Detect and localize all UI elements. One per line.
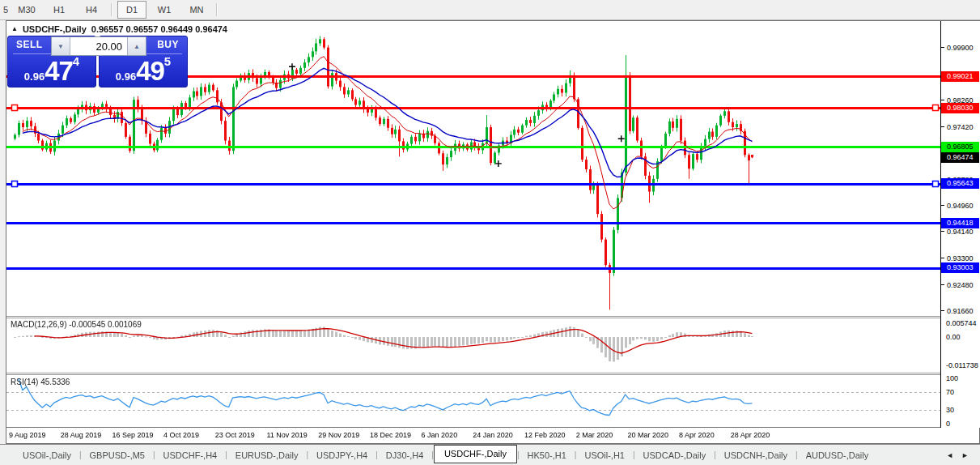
chart-tab-dj30-h4[interactable]: DJ30-,H4: [378, 447, 431, 463]
price-level-badge: 0.98030: [941, 103, 979, 113]
tab-scroll-left-icon[interactable]: ◄: [946, 451, 953, 459]
timeframe-button-w1[interactable]: W1: [150, 1, 179, 19]
tab-scroll-right-icon[interactable]: ►: [961, 451, 969, 459]
chart-window: ▲ USDCHF-,Daily 0.96557 0.96557 0.96449 …: [6, 20, 980, 444]
buy-price-sup: 5: [164, 54, 171, 68]
tick-dash: [941, 126, 944, 127]
chart-tab-audusd-daily[interactable]: AUDUSD-,Daily: [798, 447, 877, 463]
chart-tab-eurusd-daily[interactable]: EURUSD-,Daily: [227, 447, 307, 463]
chevron-up-icon: ▲: [134, 43, 140, 50]
tick-dash: [941, 205, 944, 206]
rsi-label: RSI(14) 45.5336: [11, 378, 70, 386]
tick-dash: [941, 310, 944, 311]
date-tick-label: 16 Sep 2019: [112, 431, 153, 439]
tick-dash: [941, 231, 944, 232]
macd-axis-min: -0.011738: [946, 361, 978, 369]
buy-price: 0.96495: [100, 54, 187, 85]
timeframe-button-d1[interactable]: D1: [117, 1, 146, 19]
macd-axis-max: 0.005744: [946, 319, 977, 327]
chevron-down-icon: ▼: [57, 43, 64, 50]
price-level-badge: 0.94418: [941, 218, 979, 228]
date-tick-label: 29 Nov 2019: [318, 431, 359, 439]
buy-button[interactable]: BUY: [157, 39, 179, 50]
timeframe-button-h1[interactable]: H1: [45, 1, 74, 19]
sell-price-sup: 4: [73, 54, 79, 68]
date-tick-label: 12 Feb 2020: [524, 431, 566, 439]
price-tick-label: 0.92480: [941, 281, 980, 289]
one-click-trading-panel: SELL 0.96474 BUY 0.96495 ▼ ▲: [7, 36, 189, 89]
chart-tab-bar: USOil-,Daily|GBPUSD-,M5|USDCHF-,H4|EURUS…: [0, 444, 980, 465]
chart-tab-hk50-h1[interactable]: HK50-,H1: [520, 447, 575, 463]
date-tick-label: 24 Jan 2020: [473, 431, 513, 439]
rsi-axis-100: 100: [946, 374, 958, 382]
rsi-axis-0: 0: [946, 420, 950, 428]
panel-collapse-icon[interactable]: ▲: [11, 25, 18, 32]
trading-terminal: 5M30H1H4D1W1MN ▲ USDCHF-,Daily 0.96557 0…: [0, 0, 980, 465]
rsi-axis-70: 70: [946, 388, 954, 396]
price-level-badge: 0.96474: [941, 152, 979, 163]
date-tick-label: 2 Mar 2020: [576, 431, 613, 439]
chart-tab-usoil-h1[interactable]: USOil-,H1: [576, 447, 633, 463]
chart-tab-usdcnh-daily[interactable]: USDCNH-,Daily: [716, 447, 795, 463]
date-tick-label: 28 Apr 2020: [731, 431, 770, 439]
chart-tab-gbpusd-m5[interactable]: GBPUSD-,M5: [82, 447, 153, 463]
rsi-axis-30: 30: [946, 406, 954, 414]
chart-symbol-label: USDCHF-,Daily: [23, 24, 87, 34]
volume-decrease-button[interactable]: ▼: [52, 37, 70, 55]
price-tick-label: 0.94960: [941, 202, 980, 210]
date-tick-label: 11 Nov 2019: [267, 431, 308, 439]
price-tick-label: 0.93300: [941, 254, 980, 262]
price-level-badge: 0.95643: [941, 178, 979, 189]
tick-dash: [941, 100, 944, 100]
tabs-holder: USOil-,Daily|GBPUSD-,M5|USDCHF-,H4|EURUS…: [15, 447, 876, 463]
date-tick-label: 23 Oct 2019: [215, 431, 255, 439]
sell-button[interactable]: SELL: [16, 39, 43, 50]
date-tick-label: 18 Dec 2019: [370, 431, 411, 439]
tab-scroll-nav: ◄ ►: [946, 451, 969, 459]
macd-label: MACD(12,26,9) -0.000545 0.001069: [11, 320, 142, 329]
price-level-badge: 0.96805: [941, 142, 979, 152]
sell-price-big: 47: [45, 56, 73, 86]
date-axis[interactable]: 9 Aug 201928 Aug 201916 Sep 20194 Oct 20…: [6, 428, 940, 443]
date-tick-label: 8 Apr 2020: [679, 431, 715, 439]
timeframe-toolbar: 5M30H1H4D1W1MN: [0, 0, 980, 20]
price-level-badge: 0.93003: [941, 262, 979, 273]
toolbar-separator: [111, 3, 112, 16]
chart-tab-usdcad-daily[interactable]: USDCAD-,Daily: [635, 447, 715, 463]
chart-title: ▲ USDCHF-,Daily 0.96557 0.96557 0.96449 …: [11, 24, 227, 34]
date-tick-label: 4 Oct 2019: [163, 431, 199, 439]
chart-quote-ohlc: 0.96557 0.96557 0.96449 0.96474: [91, 24, 227, 34]
volume-spinner: ▼ ▲: [51, 36, 146, 56]
chart-tab-usoil-daily[interactable]: USOil-,Daily: [15, 447, 79, 463]
timeframe-button-5[interactable]: 5: [0, 1, 9, 19]
volume-input[interactable]: [70, 37, 127, 55]
chart-tab-usdjpy-h4[interactable]: USDJPY-,H4: [308, 447, 375, 463]
price-tick-label: 0.97420: [941, 123, 980, 131]
volume-increase-button[interactable]: ▲: [127, 37, 146, 55]
date-tick-label: 28 Aug 2019: [61, 431, 102, 439]
timeframe-button-h4[interactable]: H4: [77, 1, 106, 19]
price-tick-label: 0.94140: [941, 228, 980, 236]
sell-price: 0.96474: [8, 54, 95, 85]
price-tick-label: 0.99900: [941, 44, 980, 52]
chart-tab-usdchf-daily[interactable]: USDCHF-,Daily: [434, 445, 517, 463]
tick-dash: [941, 47, 944, 48]
date-tick-label: 9 Aug 2019: [9, 431, 46, 439]
buy-price-prefix: 0.96: [116, 70, 136, 83]
price-tick-label: 0.91660: [941, 307, 980, 315]
chart-tab-usdchf-h4[interactable]: USDCHF-,H4: [155, 447, 226, 463]
tick-dash: [941, 284, 944, 285]
price-level-badge: 0.99021: [941, 71, 979, 82]
timeframe-button-m30[interactable]: M30: [12, 1, 41, 19]
sell-price-prefix: 0.96: [24, 70, 45, 83]
tick-dash: [941, 258, 944, 258]
timeframe-button-mn[interactable]: MN: [182, 1, 211, 19]
date-tick-label: 6 Jan 2020: [422, 431, 458, 439]
toolbar-separator: [216, 3, 218, 16]
macd-axis-zero: 0.00: [946, 333, 961, 341]
date-tick-label: 20 Mar 2020: [627, 431, 668, 439]
buy-price-big: 49: [136, 56, 164, 86]
